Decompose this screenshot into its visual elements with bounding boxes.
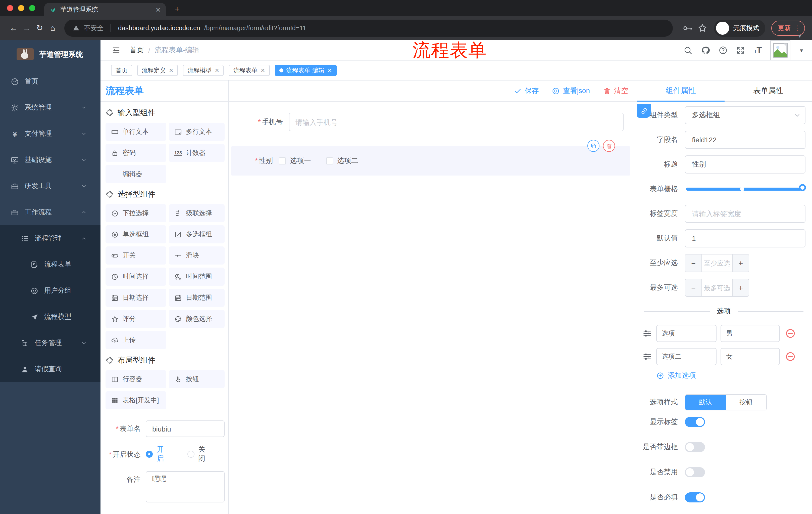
- minimize-window-button[interactable]: [18, 5, 24, 11]
- save-button[interactable]: 保存: [514, 86, 539, 95]
- maximize-window-button[interactable]: [29, 5, 35, 11]
- sidebar-item-home[interactable]: 首页: [0, 69, 100, 94]
- bookmark-star-icon[interactable]: [697, 22, 708, 33]
- title-input[interactable]: [685, 155, 806, 173]
- tag-process-form-edit[interactable]: 流程表单-编辑✕: [274, 65, 337, 76]
- tag-process-definition[interactable]: 流程定义✕: [137, 65, 178, 76]
- sidebar-item-process-management[interactable]: 流程管理: [0, 225, 100, 251]
- gender-option-2[interactable]: 选项二: [326, 156, 358, 165]
- caret-down-icon[interactable]: ▼: [798, 34, 802, 39]
- remove-option-icon[interactable]: [785, 351, 796, 362]
- canvas-field-phone[interactable]: *手机号: [236, 113, 624, 131]
- option-label-input[interactable]: [656, 348, 717, 365]
- clear-button[interactable]: 清空: [603, 86, 628, 95]
- option-value-input[interactable]: [721, 325, 780, 342]
- radio-on[interactable]: [146, 451, 153, 458]
- checkbox[interactable]: [326, 157, 333, 164]
- gender-option-1[interactable]: 选项一: [279, 156, 311, 165]
- palette-item-date-picker[interactable]: 日期选择: [106, 289, 166, 307]
- min-select-input[interactable]: [702, 254, 732, 272]
- component-type-select[interactable]: 多选框组: [685, 106, 806, 124]
- address-bar[interactable]: 不安全 dashboard.yudao.iocoder.cn/bpm/manag…: [64, 19, 673, 36]
- close-icon[interactable]: ✕: [327, 67, 332, 74]
- close-icon[interactable]: ✕: [261, 67, 265, 74]
- drag-handle-icon[interactable]: [642, 352, 652, 361]
- back-button[interactable]: ←: [7, 23, 20, 32]
- avatar[interactable]: [770, 40, 790, 60]
- form-grid-slider[interactable]: [686, 188, 802, 191]
- minus-button[interactable]: −: [685, 279, 702, 296]
- disabled-toggle[interactable]: [685, 467, 705, 477]
- palette-item-password[interactable]: 密码: [106, 144, 166, 162]
- palette-item-date-range[interactable]: 日期范围: [169, 289, 225, 307]
- drag-handle-icon[interactable]: [642, 328, 652, 339]
- tab-close-icon[interactable]: ✕: [155, 6, 161, 13]
- add-option-button[interactable]: 添加选项: [656, 371, 806, 380]
- sidebar-item-user-group[interactable]: 用户分组: [0, 278, 100, 304]
- browser-tab[interactable]: 芋道管理系统 ✕: [44, 3, 166, 16]
- sidebar-item-process-model[interactable]: 流程模型: [0, 304, 100, 330]
- style-default-button[interactable]: 默认: [685, 395, 726, 410]
- form-name-input[interactable]: [146, 421, 225, 437]
- breadcrumb-home[interactable]: 首页: [129, 46, 144, 55]
- palette-item-time-picker[interactable]: 时间选择: [106, 268, 166, 286]
- palette-item-switch[interactable]: 开关: [106, 246, 166, 265]
- new-tab-button[interactable]: ＋: [173, 3, 181, 15]
- sidebar-item-leave-query[interactable]: 请假查询: [0, 356, 100, 382]
- border-toggle[interactable]: [685, 442, 705, 452]
- close-icon[interactable]: ✕: [214, 67, 219, 74]
- checkbox[interactable]: [279, 157, 286, 164]
- tab-component-props[interactable]: 组件属性: [637, 80, 725, 101]
- phone-input[interactable]: [289, 113, 624, 131]
- sidebar-item-devtools[interactable]: 研发工具: [0, 173, 100, 199]
- palette-item-select[interactable]: 下拉选择: [106, 204, 166, 222]
- palette-item-checkbox-group[interactable]: 多选框组: [169, 225, 225, 243]
- key-icon[interactable]: [682, 22, 693, 33]
- more-vertical-icon[interactable]: ⋮: [794, 24, 801, 32]
- palette-item-color-picker[interactable]: 颜色选择: [169, 310, 225, 328]
- minus-button[interactable]: −: [685, 254, 702, 272]
- style-button-button[interactable]: 按钮: [726, 395, 766, 410]
- palette-item-time-range[interactable]: 时间范围: [169, 268, 225, 286]
- forward-button[interactable]: →: [20, 23, 33, 32]
- field-name-input[interactable]: [685, 131, 806, 149]
- font-size-icon[interactable]: тT: [754, 45, 762, 55]
- max-select-input[interactable]: [702, 279, 732, 296]
- radio-on-label[interactable]: 开启: [157, 445, 169, 463]
- github-icon[interactable]: [701, 46, 710, 55]
- palette-item-single-text[interactable]: 单行文本: [106, 123, 166, 141]
- slider-handle[interactable]: [799, 184, 806, 191]
- close-window-button[interactable]: [7, 5, 13, 11]
- option-label-input[interactable]: [656, 325, 717, 342]
- canvas-body[interactable]: *手机号 *性别 选项一 选项二: [229, 102, 637, 514]
- palette-item-editor[interactable]: 编辑器: [106, 165, 166, 183]
- tag-home[interactable]: 首页: [111, 65, 132, 76]
- palette-item-row-container[interactable]: 行容器: [106, 370, 166, 388]
- plus-button[interactable]: ＋: [732, 254, 749, 272]
- palette-item-rate[interactable]: 评分: [106, 310, 166, 328]
- sidebar-item-payment[interactable]: ¥ 支付管理: [0, 121, 100, 147]
- link-flag-button[interactable]: [637, 104, 651, 118]
- label-width-input[interactable]: [685, 205, 806, 223]
- view-json-button[interactable]: 查看json: [552, 86, 590, 95]
- update-button[interactable]: 更新 ⋮: [771, 20, 805, 35]
- palette-item-radio-group[interactable]: 单选框组: [106, 225, 166, 243]
- palette-item-multi-text[interactable]: 多行文本: [169, 123, 225, 141]
- reload-button[interactable]: ↻: [33, 23, 46, 33]
- palette-item-slider[interactable]: 滑块: [169, 246, 225, 265]
- copy-component-button[interactable]: [587, 140, 600, 152]
- question-circle-icon[interactable]: [719, 46, 728, 55]
- close-icon[interactable]: ✕: [169, 67, 173, 74]
- sidebar-logo[interactable]: 芋道管理系统: [0, 40, 100, 69]
- search-icon[interactable]: [684, 46, 693, 55]
- show-label-toggle[interactable]: [685, 417, 705, 427]
- required-toggle[interactable]: [685, 492, 705, 503]
- collapse-sidebar-icon[interactable]: [112, 46, 121, 55]
- radio-off[interactable]: [187, 451, 194, 458]
- palette-item-cascader[interactable]: 级联选择: [169, 204, 225, 222]
- remove-option-icon[interactable]: [785, 328, 796, 339]
- palette-item-upload[interactable]: 上传: [106, 331, 166, 349]
- palette-item-table[interactable]: 表格[开发中]: [106, 391, 166, 409]
- canvas-field-gender-selected[interactable]: *性别 选项一 选项二: [231, 146, 630, 175]
- radio-off-label[interactable]: 关闭: [198, 445, 210, 463]
